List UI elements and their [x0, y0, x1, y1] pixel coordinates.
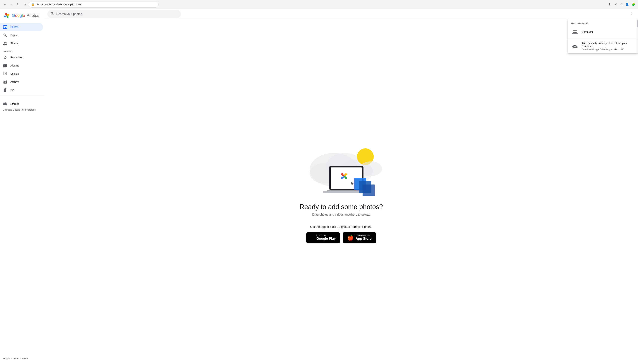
sidebar-item-favourites[interactable]: Favourites: [0, 53, 43, 62]
archive-icon: [3, 80, 8, 84]
sidebar-item-favourites-label: Favourites: [11, 56, 23, 59]
footer-policy-link[interactable]: Policy: [22, 357, 28, 360]
dropdown-backup-text: Automatically back up photos from your c…: [582, 42, 633, 51]
app-store-small-text: Download on the: [356, 235, 371, 237]
utilities-icon: [3, 72, 8, 76]
sidebar-item-bin[interactable]: Bin: [0, 86, 43, 94]
search-bar[interactable]: Search your photos: [48, 10, 181, 18]
storage-section: Storage Unlimited Google Photos storage: [0, 98, 45, 114]
scrollbar-thumb: [637, 20, 638, 28]
app-logo: Google Photos: [0, 10, 45, 22]
cloud-icon: [3, 102, 8, 106]
google-photos-logo-icon: [3, 12, 11, 19]
explore-icon: [3, 33, 8, 38]
download-icon[interactable]: ⬇: [607, 2, 612, 7]
url-text: photos.google.com/?tab=rq&pageId=none: [36, 3, 81, 6]
footer-dot-1: ·: [11, 357, 12, 360]
svg-rect-14: [363, 184, 375, 196]
footer-links: Privacy · Terms · Policy: [0, 354, 45, 362]
bookmark-icon[interactable]: ☆: [619, 2, 624, 7]
sidebar-item-utilities-label: Utilities: [11, 72, 19, 75]
home-button[interactable]: ⌂: [22, 2, 28, 7]
page-subheading: Drag photos and videos anywhere to uploa…: [312, 213, 370, 216]
address-bar[interactable]: 🔒 photos.google.com/?tab=rq&pageId=none: [29, 1, 159, 8]
sidebar-item-bin-label: Bin: [11, 88, 14, 92]
illustration: [297, 140, 386, 196]
sidebar-item-sharing[interactable]: Sharing: [0, 39, 43, 48]
footer-dot-2: ·: [20, 357, 21, 360]
browser-actions: ⬇ ↗ ☆ 👤 🧩: [607, 2, 636, 7]
upload-dropdown: UPLOAD FROM Computer: [567, 19, 638, 53]
search-placeholder: Search your photos: [56, 12, 82, 16]
share-icon[interactable]: ↗: [613, 2, 618, 7]
sidebar-item-albums[interactable]: Albums: [0, 62, 43, 70]
dropdown-backup-desc: Download Google Drive for your Mac or PC: [582, 48, 633, 51]
google-play-icon: ▶: [310, 235, 315, 241]
extension-icon[interactable]: 🧩: [630, 2, 636, 7]
library-section-label: LIBRARY: [0, 49, 45, 53]
forward-button[interactable]: →: [9, 2, 14, 7]
photos-icon: [3, 25, 8, 29]
sidebar-item-albums-label: Albums: [11, 64, 19, 67]
sidebar-item-utilities[interactable]: Utilities: [0, 70, 43, 78]
sidebar-item-explore-label: Explore: [11, 34, 19, 37]
sidebar-item-photos[interactable]: Photos: [0, 23, 43, 31]
dropdown-item-computer[interactable]: Computer: [567, 26, 636, 38]
lock-icon: 🔒: [31, 3, 35, 6]
sharing-icon: [3, 41, 8, 46]
albums-icon: [3, 63, 8, 68]
bin-icon: [3, 88, 8, 92]
backup-icon: [571, 42, 579, 50]
storage-description: Unlimited Google Photos storage: [3, 108, 42, 112]
back-button[interactable]: ←: [2, 2, 8, 7]
computer-icon: [571, 28, 579, 36]
header-actions: ?: [627, 10, 635, 18]
footer-terms-link[interactable]: Terms: [13, 357, 19, 360]
dropdown-computer-title: Computer: [582, 30, 593, 33]
search-icon: [51, 12, 54, 16]
page-heading: Ready to add some photos?: [300, 203, 383, 211]
app-container: Google Photos Photos Explore Sharing: [0, 9, 638, 364]
favourites-icon: [3, 55, 8, 60]
sidebar-divider: [0, 96, 45, 96]
browser-chrome: ← → ↻ ⌂ 🔒 photos.google.com/?tab=rq&page…: [0, 0, 638, 9]
sidebar-item-sharing-label: Sharing: [11, 42, 19, 45]
logo-product-name: Photos: [27, 13, 39, 18]
app-store-large-text: App Store: [356, 237, 371, 241]
dropdown-divider: [567, 38, 636, 39]
dropdown-scrollbar: [636, 19, 638, 53]
sidebar-item-explore[interactable]: Explore: [0, 31, 43, 39]
sidebar-item-storage[interactable]: Storage: [3, 100, 42, 108]
main-area: Ready to add some photos? Drag photos an…: [45, 19, 638, 364]
dropdown-computer-text: Computer: [582, 30, 593, 33]
app-promo-text: Get the app to back up photos from your …: [310, 225, 372, 228]
main-content: Search your photos ? UPLOAD FROM Compute…: [45, 9, 638, 364]
footer-privacy-link[interactable]: Privacy: [3, 357, 10, 360]
store-buttons: ▶ GET IT ON Google Play 🍎 Download on th…: [306, 232, 376, 244]
app-store-button[interactable]: 🍎 Download on the App Store: [343, 232, 376, 244]
top-header: Search your photos ? UPLOAD FROM Compute…: [45, 9, 638, 19]
sidebar-item-archive-label: Archive: [11, 80, 19, 83]
profile-icon[interactable]: 👤: [625, 2, 630, 7]
dropdown-backup-title: Automatically back up photos from your c…: [582, 42, 633, 48]
storage-label: Storage: [11, 102, 20, 106]
sidebar-item-archive[interactable]: Archive: [0, 78, 43, 86]
sidebar-item-photos-label: Photos: [11, 26, 19, 28]
dropdown-item-auto-backup[interactable]: Automatically back up photos from your c…: [567, 40, 636, 53]
app-title: Google Photos: [12, 13, 39, 18]
google-play-button[interactable]: ▶ GET IT ON Google Play: [306, 232, 340, 244]
dropdown-header: UPLOAD FROM: [567, 19, 636, 26]
sidebar: Google Photos Photos Explore Sharing: [0, 9, 45, 364]
apple-icon: 🍎: [347, 235, 354, 241]
logo-google-g: G: [12, 13, 15, 18]
reload-button[interactable]: ↻: [16, 2, 21, 7]
help-button[interactable]: ?: [627, 10, 635, 18]
google-play-large-text: Google Play: [316, 237, 336, 241]
google-play-small-text: GET IT ON: [316, 235, 336, 237]
